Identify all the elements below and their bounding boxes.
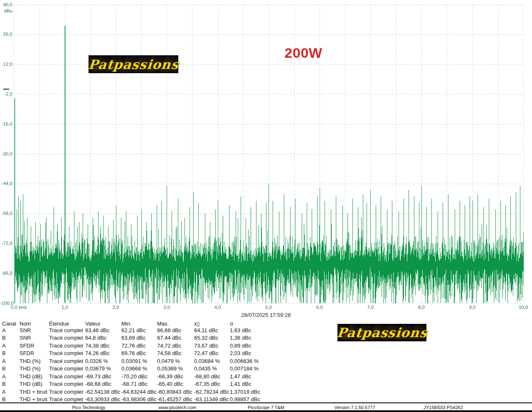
- table-cell: SFDR: [20, 350, 34, 356]
- table-cell: -60,80843 dBc: [157, 389, 192, 395]
- table-row: BTHD + bruitTracé complet-63,30933 dBc-6…: [0, 396, 291, 403]
- table-cell: -68,71 dBc: [121, 381, 148, 387]
- table-cell: Tracé complet: [49, 350, 83, 356]
- table-cell: 62,21 dBc: [121, 327, 146, 333]
- table-row: ATHD + bruitTracé complet-62,54138 dBc-6…: [0, 389, 291, 395]
- table-cell: Tracé complet: [49, 327, 83, 333]
- table-cell: Canal: [2, 321, 16, 327]
- table-cell: 66,68 dBc: [157, 327, 182, 333]
- table-row: BTHD (dB)Tracé complet-68,68 dBc-68,71 d…: [0, 381, 291, 387]
- table-cell: -62,78234 dBc: [194, 389, 229, 395]
- x-tick-label: 10,0: [519, 305, 528, 310]
- logo-text: Patpassions: [88, 57, 180, 72]
- table-row: BSNRTracé complet64,8 dBc63,69 dBc67,44 …: [0, 335, 291, 341]
- table-cell: B: [2, 381, 6, 387]
- table-cell: Étendue: [49, 321, 69, 327]
- table-cell: B: [2, 396, 6, 402]
- table-cell: Tracé complet: [49, 389, 83, 395]
- table-cell: -62,54138 dBc: [85, 389, 121, 395]
- x-tick-label: 0,0 kHz: [11, 305, 27, 310]
- table-row: BSFDRTracé complet74,26 dBc69,76 dBc74,5…: [0, 350, 291, 357]
- table-cell: -69,73 dBc: [85, 373, 111, 380]
- x-tick-label: 2,0: [113, 305, 119, 310]
- table-cell: THD (%): [20, 358, 41, 364]
- table-cell: 69,76 dBc: [121, 350, 146, 356]
- table-cell: Valeur: [85, 321, 101, 327]
- table-cell: 63,46 dBc: [85, 327, 110, 333]
- table-cell: Nom: [20, 321, 31, 327]
- table-cell: 72,76 dBc: [121, 343, 146, 349]
- y-axis-unit: dBu: [0, 8, 12, 14]
- table-cell: 74,72 dBc: [157, 343, 182, 349]
- table-cell: -67,35 dBc: [194, 381, 220, 387]
- table-cell: 0,89 dBc: [230, 343, 251, 349]
- table-cell: σ: [230, 321, 233, 327]
- logo-text: Patpassions: [336, 325, 428, 340]
- table-cell: 1,37019 dBc: [230, 389, 260, 395]
- power-annotation: 200W: [266, 45, 341, 61]
- table-cell: 0,006636 %: [230, 358, 259, 364]
- table-row: ATHD (%)Tracé complet0,0326 %0,03091 %0,…: [0, 358, 291, 365]
- table-row: BTHD (%)Tracé complet0,03679 %0,03668 %0…: [0, 365, 291, 372]
- table-row: ATHD (dB)Tracé complet-69,73 dBc-70,20 d…: [0, 373, 291, 380]
- table-cell: 2,03 dBc: [230, 350, 251, 356]
- y-tick-label: -16,0: [0, 121, 12, 127]
- table-cell: SFDR: [20, 343, 34, 349]
- y-tick-label: -44,0: [0, 181, 12, 186]
- table-cell: THD (dB): [20, 373, 42, 380]
- table-cell: 0,007184 %: [230, 365, 259, 372]
- table-cell: -68,68 dBc: [85, 381, 111, 387]
- channel-zero-marker: [3, 89, 9, 90]
- y-tick-label: -72,0: [0, 241, 12, 246]
- table-cell: 0,98857 dBc: [230, 396, 260, 402]
- table-cell: -65,40 dBc: [157, 381, 183, 387]
- table-cell: -63,98306 dBc: [121, 396, 157, 402]
- table-cell: 73,67 dBc: [194, 343, 219, 349]
- x-tick-label: 7,0: [367, 305, 374, 310]
- table-row: ASFDRTracé complet74,38 dBc72,76 dBc74,7…: [0, 343, 291, 349]
- x-tick-label: 3,0: [163, 305, 170, 310]
- table-cell: Tracé complet: [49, 358, 83, 364]
- x-tick-label: 8,0: [418, 305, 425, 310]
- table-cell: 1,41 dBc: [230, 381, 251, 387]
- table-cell: 74,38 dBc: [85, 343, 110, 349]
- patpassions-logo-top: Patpassions: [89, 55, 178, 73]
- footer-item: Version 7.1.50.5777: [334, 405, 375, 410]
- picoscope-print-page: 40,026,012,0-2,0-16,0-30,0-44,0-58,0-72,…: [0, 0, 532, 412]
- table-cell: 63,69 dBc: [121, 335, 146, 341]
- table-cell: SNR: [20, 335, 31, 341]
- y-tick-label: -30,0: [0, 151, 12, 157]
- table-cell: 74,26 dBc: [85, 350, 110, 356]
- table-cell: Tracé complet: [49, 373, 83, 380]
- timestamp: 28/07/2025 17:59:28: [0, 312, 532, 318]
- table-cell: 65,32 dBc: [194, 335, 219, 341]
- y-tick-label: -58,0: [0, 211, 12, 216]
- table-cell: 74,58 dBc: [157, 350, 182, 356]
- table-cell: -63,30933 dBc: [85, 396, 121, 402]
- footer: Pico Technologywww.picotech.comPicoScope…: [0, 405, 532, 410]
- table-header-row: CanalNomÉtendueValeurMin.Max.x▯σ: [0, 321, 291, 327]
- table-row: ASNRTracé complet63,46 dBc62,21 dBc66,68…: [0, 327, 291, 334]
- table-cell: 0,0479 %: [157, 358, 180, 364]
- table-cell: Tracé complet: [49, 335, 83, 341]
- table-cell: 0,0435 %: [194, 365, 217, 372]
- y-tick-label: -86,0: [0, 271, 12, 276]
- y-tick-label: -2,0: [0, 91, 12, 97]
- table-cell: A: [2, 327, 6, 333]
- y-tick-label: 26,0: [0, 32, 12, 37]
- table-cell: A: [2, 343, 6, 349]
- y-tick-label: 12,0: [0, 62, 12, 67]
- x-tick-label: 9,0: [469, 305, 476, 310]
- x-tick-label: 6,0: [316, 305, 323, 310]
- table-cell: 1,36 dBc: [230, 335, 251, 341]
- table-cell: 1,63 dBc: [230, 327, 251, 333]
- table-cell: -63,11349 dBc: [194, 396, 229, 402]
- table-cell: B: [2, 365, 6, 372]
- table-cell: Tracé complet: [49, 381, 83, 387]
- footer-item: Pico Technology: [72, 405, 105, 410]
- footer-item: JY158/033 PS4262: [424, 405, 463, 410]
- table-cell: 0,05369 %: [157, 365, 183, 372]
- table-cell: 0,03679 %: [85, 365, 111, 372]
- table-cell: Min.: [121, 321, 132, 327]
- x-tick-label: 1,0: [62, 305, 68, 310]
